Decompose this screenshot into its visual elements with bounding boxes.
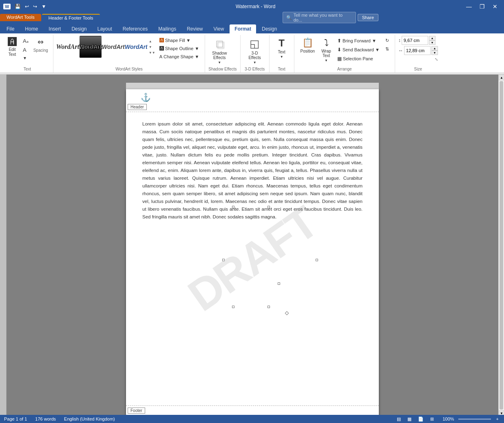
group-arrange-content: 📋 Position ⤵ WrapText ▼ ⬆ Bring Forward … bbox=[298, 35, 391, 66]
text-label: Text bbox=[278, 50, 285, 54]
width-down-button[interactable]: ▼ bbox=[431, 51, 438, 55]
scroll-down-button[interactable]: ▼ bbox=[148, 44, 156, 50]
group-text2: T Text ▼ Text bbox=[270, 35, 294, 73]
selection-pane-button[interactable]: ▦ Selection Pane bbox=[335, 55, 382, 63]
context-tab-header-footer[interactable]: Header & Footer Tools bbox=[42, 14, 100, 21]
width-up-button[interactable]: ▲ bbox=[431, 46, 438, 51]
wordart-style-2-button[interactable]: A bbox=[20, 46, 31, 54]
edit-text-icon: 🅰 bbox=[8, 37, 17, 46]
horizontal-ruler bbox=[126, 83, 379, 89]
tab-home[interactable]: Home bbox=[20, 24, 43, 33]
tab-layout[interactable]: Layout bbox=[93, 24, 117, 33]
watermark-handle-mr[interactable] bbox=[316, 259, 318, 261]
shape-outline-button[interactable]: 🅰 Shape Outline ▼ bbox=[157, 45, 202, 52]
shape-fill-label: Shape Fill bbox=[165, 38, 185, 43]
watermark-handle-bl[interactable] bbox=[232, 306, 234, 308]
tab-insert[interactable]: Insert bbox=[44, 24, 66, 33]
shape-outline-icon: 🅰 bbox=[159, 46, 164, 51]
change-shape-button[interactable]: A Change Shape ▼ bbox=[157, 53, 202, 60]
watermark-handle-bm[interactable] bbox=[267, 306, 270, 308]
vertical-ruler bbox=[0, 75, 7, 416]
body-area: DRAFT Lorem ipsum dolor sit amet, consec… bbox=[126, 112, 379, 405]
flip-icon: ⇅ bbox=[385, 46, 389, 52]
tab-view[interactable]: View bbox=[209, 24, 229, 33]
scroll-up-button[interactable]: ▲ bbox=[148, 39, 156, 44]
header-label: Header bbox=[128, 104, 147, 110]
wordart-gallery-items: WordArt WordArt WordArt WordArt bbox=[57, 36, 147, 58]
body-text: Lorem ipsum dolor sit amet, consectetuer… bbox=[142, 120, 363, 221]
restore-button[interactable]: ❐ bbox=[476, 2, 488, 11]
selection-pane-label: Selection Pane bbox=[343, 56, 373, 61]
wrap-text-button[interactable]: ⤵ WrapText ▼ bbox=[318, 36, 334, 64]
group-wordart-content: WordArt WordArt WordArt WordArt ▲ ▼ ▼▼ bbox=[57, 35, 201, 66]
spacing-button[interactable]: ⇔ bbox=[33, 36, 48, 48]
group-arrange: 📋 Position ⤵ WrapText ▼ ⬆ Bring Forward … bbox=[294, 35, 395, 73]
title-bar-title: Watermark - Word bbox=[48, 4, 463, 9]
tab-review[interactable]: Review bbox=[182, 24, 208, 33]
rotate-icon: ↻ bbox=[385, 38, 389, 43]
height-input-row: ↕ ▲ ▼ bbox=[398, 36, 438, 45]
position-button[interactable]: 📋 Position bbox=[298, 36, 318, 55]
close-button[interactable]: ✕ bbox=[489, 2, 501, 11]
3d-effects-button[interactable]: ◱ 3-DEffects ▼ bbox=[244, 36, 266, 66]
status-bar: Page 1 of 1 176 words English (United Ki… bbox=[0, 415, 504, 416]
text-button[interactable]: T Text ▼ bbox=[273, 36, 291, 60]
customize-button[interactable]: ▼ bbox=[40, 3, 48, 10]
watermark-handle-diamond[interactable] bbox=[285, 311, 289, 315]
edit-text-button[interactable]: 🅰 EditText bbox=[5, 36, 20, 59]
anchor-icon: ⚓ bbox=[141, 93, 151, 102]
wordart-item-2[interactable]: WordArt bbox=[80, 36, 102, 58]
redo-button[interactable]: ↪ bbox=[31, 3, 39, 10]
shadow-effects-button[interactable]: □ ShadowEffects ▼ bbox=[208, 36, 230, 66]
wordart-gallery-button[interactable]: ▼ bbox=[20, 55, 31, 62]
flip-button[interactable]: ⇅ bbox=[383, 45, 391, 53]
tab-file[interactable]: File bbox=[2, 24, 19, 33]
tab-design[interactable]: Design bbox=[66, 24, 91, 33]
tab-design2[interactable]: Design bbox=[257, 24, 282, 33]
group-text2-label: Text bbox=[273, 66, 291, 73]
scroll-up-button[interactable]: ▲ bbox=[499, 75, 504, 80]
title-bar-left: W 💾 ↩ ↪ ▼ bbox=[3, 3, 48, 10]
send-backward-button[interactable]: ⬇ Send Backward ▼ bbox=[335, 46, 382, 54]
tab-mailings[interactable]: Mailings bbox=[153, 24, 181, 33]
share-button[interactable]: Share bbox=[358, 14, 378, 21]
height-up-button[interactable]: ▲ bbox=[429, 36, 435, 40]
search-bar[interactable]: 🔍 Tell me what you want to do... bbox=[283, 12, 356, 23]
wordart-item-1[interactable]: WordArt bbox=[57, 36, 79, 58]
size-expand-button[interactable]: ⤡ bbox=[435, 57, 438, 62]
scroll-thumb-v[interactable] bbox=[500, 81, 503, 410]
height-input[interactable] bbox=[402, 36, 428, 45]
tab-references[interactable]: References bbox=[118, 24, 153, 33]
height-icon: ↕ bbox=[398, 37, 401, 43]
group-text-label: Text bbox=[5, 66, 50, 73]
rotate-button[interactable]: ↻ bbox=[383, 37, 391, 44]
undo-button[interactable]: ↩ bbox=[23, 3, 31, 10]
wordart-style-1-button[interactable]: Aₐ bbox=[20, 37, 31, 45]
group-3d-content: ◱ 3-DEffects ▼ bbox=[244, 35, 266, 66]
group-shadow-label: Shadow Effects bbox=[208, 66, 237, 73]
document-scroll-area[interactable]: ⚓ Header DRAFT Lorem ip bbox=[7, 75, 498, 416]
minimize-button[interactable]: — bbox=[463, 2, 475, 11]
width-input[interactable] bbox=[404, 46, 431, 55]
height-down-button[interactable]: ▼ bbox=[429, 40, 435, 45]
group-text-content: 🅰 EditText Aₐ A ▼ ⇔ Spacing bbox=[5, 35, 50, 66]
wordart-item-4[interactable]: WordArt bbox=[125, 36, 147, 58]
shadow-effects-arrow: ▼ bbox=[218, 61, 221, 64]
size-inputs: ↕ ▲ ▼ ↔ ▲ ▼ ⤡ bbox=[398, 36, 438, 62]
wordart-item-3[interactable]: WordArt bbox=[102, 36, 124, 58]
bring-forward-button[interactable]: ⬆ Bring Forward ▼ bbox=[335, 37, 382, 45]
watermark-handle-extra[interactable] bbox=[278, 282, 280, 285]
title-bar-controls: — ❐ ✕ bbox=[463, 2, 501, 11]
edit-text-label: EditText bbox=[9, 47, 16, 57]
tab-format[interactable]: Format bbox=[230, 24, 256, 33]
shape-fill-button[interactable]: 🅰 Shape Fill ▼ bbox=[157, 37, 202, 44]
save-button[interactable]: 💾 bbox=[13, 3, 22, 10]
3d-effects-label: 3-DEffects bbox=[248, 51, 261, 60]
scroll-more-button[interactable]: ▼▼ bbox=[148, 50, 156, 55]
watermark-handle-ml[interactable] bbox=[222, 259, 225, 261]
shape-fill-arrow: ▼ bbox=[186, 38, 191, 43]
shape-fill-icon: 🅰 bbox=[159, 38, 164, 43]
quick-access-toolbar: 💾 ↩ ↪ ▼ bbox=[13, 3, 48, 10]
context-tab-wordart[interactable]: WordArt Tools bbox=[0, 14, 41, 21]
change-shape-arrow: ▼ bbox=[195, 54, 199, 59]
